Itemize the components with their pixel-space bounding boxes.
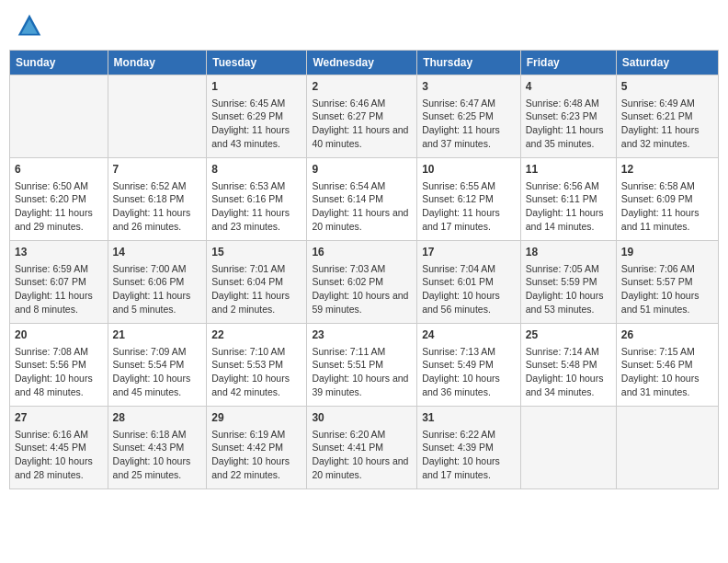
day-details: Sunrise: 6:53 AM Sunset: 6:16 PM Dayligh… [211, 179, 301, 234]
calendar-cell: 22Sunrise: 7:10 AM Sunset: 5:53 PM Dayli… [207, 324, 307, 407]
day-details: Sunrise: 7:05 AM Sunset: 5:59 PM Dayligh… [526, 262, 611, 316]
day-details: Sunrise: 7:04 AM Sunset: 6:01 PM Dayligh… [422, 262, 516, 316]
day-number: 10 [422, 162, 516, 178]
calendar-cell: 26Sunrise: 7:15 AM Sunset: 5:46 PM Dayli… [616, 324, 718, 407]
logo-icon [17, 13, 42, 39]
day-details: Sunrise: 6:45 AM Sunset: 6:29 PM Dayligh… [211, 97, 301, 151]
calendar-cell: 13Sunrise: 6:59 AM Sunset: 6:07 PM Dayli… [10, 241, 108, 324]
day-number: 23 [312, 327, 412, 343]
calendar-cell: 11Sunrise: 6:56 AM Sunset: 6:11 PM Dayli… [520, 158, 616, 241]
day-number: 15 [211, 245, 301, 260]
calendar-cell: 24Sunrise: 7:13 AM Sunset: 5:49 PM Dayli… [417, 324, 521, 407]
day-details: Sunrise: 7:09 AM Sunset: 5:54 PM Dayligh… [113, 345, 202, 399]
calendar-cell: 6Sunrise: 6:50 AM Sunset: 6:20 PM Daylig… [10, 158, 108, 241]
calendar-cell: 25Sunrise: 7:14 AM Sunset: 5:48 PM Dayli… [520, 324, 616, 407]
day-number: 22 [211, 327, 301, 343]
header-day-saturday: Saturday [616, 51, 718, 75]
logo [17, 13, 46, 39]
calendar-cell: 29Sunrise: 6:19 AM Sunset: 4:42 PM Dayli… [207, 407, 307, 489]
day-number: 9 [312, 162, 412, 178]
day-details: Sunrise: 6:18 AM Sunset: 4:43 PM Dayligh… [113, 428, 202, 482]
day-number: 8 [211, 162, 301, 178]
day-number: 28 [113, 410, 202, 426]
day-details: Sunrise: 6:56 AM Sunset: 6:11 PM Dayligh… [526, 179, 611, 234]
header-day-sunday: Sunday [10, 51, 108, 75]
header-day-monday: Monday [108, 51, 207, 75]
day-details: Sunrise: 7:10 AM Sunset: 5:53 PM Dayligh… [211, 345, 301, 399]
page-header [9, 9, 719, 42]
calendar-cell: 4Sunrise: 6:48 AM Sunset: 6:23 PM Daylig… [520, 75, 616, 158]
day-details: Sunrise: 6:55 AM Sunset: 6:12 PM Dayligh… [422, 179, 516, 234]
calendar-cell: 3Sunrise: 6:47 AM Sunset: 6:25 PM Daylig… [417, 75, 521, 158]
calendar-cell: 10Sunrise: 6:55 AM Sunset: 6:12 PM Dayli… [417, 158, 521, 241]
day-details: Sunrise: 6:19 AM Sunset: 4:42 PM Dayligh… [211, 428, 301, 482]
day-details: Sunrise: 6:48 AM Sunset: 6:23 PM Dayligh… [526, 97, 611, 151]
day-number: 24 [422, 327, 516, 343]
calendar-body: 1Sunrise: 6:45 AM Sunset: 6:29 PM Daylig… [10, 75, 719, 489]
day-number: 4 [526, 79, 611, 95]
day-number: 17 [422, 245, 516, 260]
header-day-wednesday: Wednesday [307, 51, 417, 75]
calendar-cell: 30Sunrise: 6:20 AM Sunset: 4:41 PM Dayli… [307, 407, 417, 489]
day-details: Sunrise: 7:14 AM Sunset: 5:48 PM Dayligh… [526, 345, 611, 399]
day-number: 30 [312, 410, 412, 426]
header-day-tuesday: Tuesday [207, 51, 307, 75]
day-details: Sunrise: 6:59 AM Sunset: 6:07 PM Dayligh… [15, 262, 103, 316]
calendar-cell: 2Sunrise: 6:46 AM Sunset: 6:27 PM Daylig… [307, 75, 417, 158]
day-details: Sunrise: 7:00 AM Sunset: 6:06 PM Dayligh… [113, 262, 202, 316]
day-number: 3 [422, 79, 516, 95]
day-number: 2 [312, 79, 412, 95]
day-number: 18 [526, 245, 611, 260]
calendar-table: SundayMondayTuesdayWednesdayThursdayFrid… [9, 50, 719, 489]
day-details: Sunrise: 7:06 AM Sunset: 5:57 PM Dayligh… [621, 262, 713, 316]
calendar-cell: 14Sunrise: 7:00 AM Sunset: 6:06 PM Dayli… [108, 241, 207, 324]
header-day-thursday: Thursday [417, 51, 521, 75]
day-number: 19 [621, 245, 713, 260]
calendar-cell [616, 407, 718, 489]
calendar-cell [10, 75, 108, 158]
calendar-cell: 5Sunrise: 6:49 AM Sunset: 6:21 PM Daylig… [616, 75, 718, 158]
calendar-header: SundayMondayTuesdayWednesdayThursdayFrid… [10, 51, 719, 75]
day-details: Sunrise: 6:22 AM Sunset: 4:39 PM Dayligh… [422, 428, 516, 482]
calendar-cell: 17Sunrise: 7:04 AM Sunset: 6:01 PM Dayli… [417, 241, 521, 324]
calendar-cell: 27Sunrise: 6:16 AM Sunset: 4:45 PM Dayli… [10, 407, 108, 489]
day-number: 6 [15, 162, 103, 178]
day-details: Sunrise: 7:13 AM Sunset: 5:49 PM Dayligh… [422, 345, 516, 399]
day-number: 5 [621, 79, 713, 95]
day-number: 20 [15, 327, 103, 343]
calendar-cell: 31Sunrise: 6:22 AM Sunset: 4:39 PM Dayli… [417, 407, 521, 489]
calendar-week-3: 13Sunrise: 6:59 AM Sunset: 6:07 PM Dayli… [10, 241, 719, 324]
day-number: 13 [15, 245, 103, 260]
calendar-cell [108, 75, 207, 158]
calendar-cell: 16Sunrise: 7:03 AM Sunset: 6:02 PM Dayli… [307, 241, 417, 324]
day-details: Sunrise: 6:54 AM Sunset: 6:14 PM Dayligh… [312, 179, 412, 234]
day-details: Sunrise: 6:16 AM Sunset: 4:45 PM Dayligh… [15, 428, 103, 482]
header-row: SundayMondayTuesdayWednesdayThursdayFrid… [10, 51, 719, 75]
day-details: Sunrise: 6:47 AM Sunset: 6:25 PM Dayligh… [422, 97, 516, 151]
day-details: Sunrise: 6:49 AM Sunset: 6:21 PM Dayligh… [621, 97, 713, 151]
calendar-cell: 28Sunrise: 6:18 AM Sunset: 4:43 PM Dayli… [108, 407, 207, 489]
calendar-cell: 20Sunrise: 7:08 AM Sunset: 5:56 PM Dayli… [10, 324, 108, 407]
calendar-week-4: 20Sunrise: 7:08 AM Sunset: 5:56 PM Dayli… [10, 324, 719, 407]
day-number: 21 [113, 327, 202, 343]
calendar-week-2: 6Sunrise: 6:50 AM Sunset: 6:20 PM Daylig… [10, 158, 719, 241]
header-day-friday: Friday [520, 51, 616, 75]
calendar-cell: 8Sunrise: 6:53 AM Sunset: 6:16 PM Daylig… [207, 158, 307, 241]
day-number: 14 [113, 245, 202, 260]
day-details: Sunrise: 6:20 AM Sunset: 4:41 PM Dayligh… [312, 428, 412, 482]
day-details: Sunrise: 7:03 AM Sunset: 6:02 PM Dayligh… [312, 262, 412, 316]
day-details: Sunrise: 6:52 AM Sunset: 6:18 PM Dayligh… [113, 179, 202, 234]
calendar-cell: 21Sunrise: 7:09 AM Sunset: 5:54 PM Dayli… [108, 324, 207, 407]
day-number: 25 [526, 327, 611, 343]
day-details: Sunrise: 7:15 AM Sunset: 5:46 PM Dayligh… [621, 345, 713, 399]
day-number: 1 [211, 79, 301, 95]
day-number: 27 [15, 410, 103, 426]
day-number: 31 [422, 410, 516, 426]
day-details: Sunrise: 6:50 AM Sunset: 6:20 PM Dayligh… [15, 179, 103, 234]
day-number: 12 [621, 162, 713, 178]
calendar-cell: 1Sunrise: 6:45 AM Sunset: 6:29 PM Daylig… [207, 75, 307, 158]
day-details: Sunrise: 6:58 AM Sunset: 6:09 PM Dayligh… [621, 179, 713, 234]
day-details: Sunrise: 7:01 AM Sunset: 6:04 PM Dayligh… [211, 262, 301, 316]
calendar-week-1: 1Sunrise: 6:45 AM Sunset: 6:29 PM Daylig… [10, 75, 719, 158]
calendar-cell: 19Sunrise: 7:06 AM Sunset: 5:57 PM Dayli… [616, 241, 718, 324]
